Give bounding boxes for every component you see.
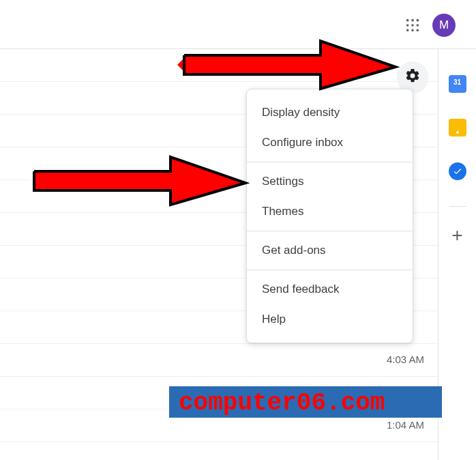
watermark-text: computer06.com [179,389,385,417]
menu-item-send-feedback[interactable]: Send feedback [247,274,413,304]
menu-divider [247,270,413,270]
menu-item-settings[interactable]: Settings [247,167,413,197]
calendar-icon[interactable] [449,75,466,93]
svg-point-8 [417,29,419,32]
svg-point-1 [411,19,414,22]
side-divider [449,206,466,207]
email-row[interactable]: 4:03 AM [0,344,438,377]
svg-point-4 [411,24,414,27]
svg-marker-10 [321,41,396,89]
svg-point-5 [417,24,419,27]
annotation-arrow-settings [34,143,252,221]
svg-point-2 [417,19,419,22]
menu-item-configure-inbox[interactable]: Configure inbox [247,128,413,158]
add-addon-button[interactable]: + [451,226,462,245]
account-avatar[interactable]: M [432,14,456,37]
menu-divider [247,231,413,231]
menu-item-themes[interactable]: Themes [247,197,413,227]
svg-marker-12 [170,157,246,205]
svg-point-7 [411,29,414,32]
menu-item-help[interactable]: Help [247,304,413,334]
settings-menu: Display density Configure inbox Settings… [246,89,413,343]
annotation-arrow-gear [184,27,409,105]
keep-icon[interactable] [449,119,466,136]
tasks-icon[interactable] [449,162,466,180]
svg-point-3 [406,24,409,27]
menu-item-get-addons[interactable]: Get add-ons [247,235,413,265]
svg-point-0 [406,19,409,22]
menu-divider [247,162,413,162]
avatar-letter: M [439,18,449,32]
side-panel: + [438,49,476,460]
email-time: 1:04 AM [387,419,424,431]
email-time: 4:03 AM [387,354,424,365]
